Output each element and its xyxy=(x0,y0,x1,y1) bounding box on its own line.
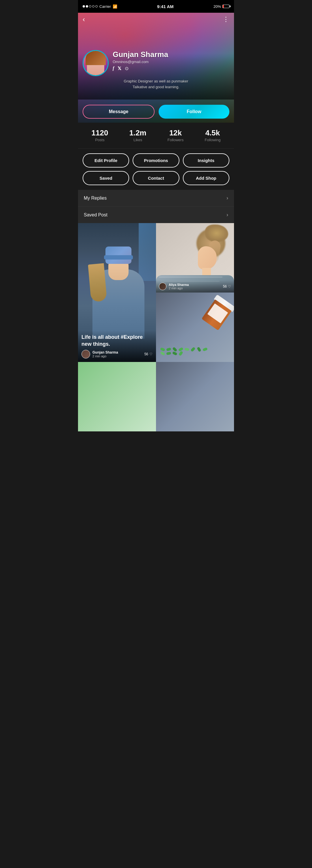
stat-posts-label: Posts xyxy=(92,138,108,142)
status-time: 9:41 AM xyxy=(157,4,174,9)
status-right: 20% xyxy=(213,4,230,9)
post-right-top-user: Aliya Sharma 2 min ago xyxy=(159,283,189,290)
stat-following-value: 4.5k xyxy=(205,129,221,136)
profile-top-row: Gunjan Sharma Omninos@gmail.com f 𝕏 ⊙ xyxy=(82,50,230,76)
post-right-top-footer: Aliya Sharma 2 min ago 56 ♡ xyxy=(159,283,231,290)
stat-likes: 1.2m Likes xyxy=(129,129,146,142)
status-bar: Carrier 📶 9:41 AM 20% xyxy=(78,0,234,13)
bottom-section xyxy=(78,362,234,431)
add-shop-button[interactable]: Add Shop xyxy=(183,171,230,185)
post-pills-image xyxy=(156,292,234,362)
profile-info-section: Gunjan Sharma Omninos@gmail.com f 𝕏 ⊙ Gr… xyxy=(82,50,230,94)
battery-icon xyxy=(222,5,230,8)
profile-bio: Graphic Designer as well as punmaker Tal… xyxy=(82,79,230,90)
post-right-top-likes: 56 ♡ xyxy=(223,284,231,288)
post-cell-right-top[interactable]: Aliya Sharma 2 min ago 56 ♡ xyxy=(156,223,234,292)
post-right-column: Aliya Sharma 2 min ago 56 ♡ xyxy=(156,223,234,362)
profile-text: Gunjan Sharma Omninos@gmail.com f 𝕏 ⊙ xyxy=(113,50,230,71)
post-large-user-info: Gunjan Sharma 2 min ago xyxy=(93,350,118,358)
back-button[interactable]: ‹ xyxy=(82,16,85,23)
carrier-label: Carrier xyxy=(99,4,111,9)
action-row-1: Edit Profile Promotions Insights xyxy=(82,153,230,167)
post-large-avatar xyxy=(81,350,90,359)
saved-post-menu-item[interactable]: Saved Post › xyxy=(78,207,234,223)
contact-button[interactable]: Contact xyxy=(133,171,179,185)
post-large-image: Life is all about #Explore new things. G… xyxy=(78,223,156,362)
header-action-buttons: Message Follow xyxy=(82,105,230,119)
my-replies-label: My Replies xyxy=(84,195,107,201)
message-button[interactable]: Message xyxy=(82,105,154,119)
post-large-time: 2 min ago xyxy=(93,354,118,358)
profile-name: Gunjan Sharma xyxy=(113,50,230,59)
post-large-user: Gunjan Sharma 2 min ago xyxy=(81,350,118,359)
profile-email: Omninos@gmail.com xyxy=(113,60,230,64)
status-left: Carrier 📶 xyxy=(82,4,117,9)
stat-followers: 12k Followers xyxy=(168,129,184,142)
stat-posts-value: 1120 xyxy=(92,129,108,136)
post-cell-large[interactable]: Life is all about #Explore new things. G… xyxy=(78,223,156,362)
saved-post-label: Saved Post xyxy=(84,212,107,218)
saved-button[interactable]: Saved xyxy=(82,171,129,185)
avatar-hair xyxy=(85,51,106,65)
signal-dot-2 xyxy=(86,5,88,7)
stat-posts: 1120 Posts xyxy=(92,129,108,142)
stats-row: 1120 Posts 1.2m Likes 12k Followers 4.5k… xyxy=(78,123,234,149)
edit-profile-button[interactable]: Edit Profile xyxy=(82,153,129,167)
menu-section: My Replies › Saved Post › xyxy=(78,190,234,223)
my-replies-arrow: › xyxy=(227,195,228,201)
stat-following: 4.5k Following xyxy=(205,129,221,142)
insights-button[interactable]: Insights xyxy=(183,153,230,167)
post-large-heart-icon: ♡ xyxy=(149,352,152,356)
instagram-icon[interactable]: ⊙ xyxy=(125,66,129,71)
bottom-right-gray xyxy=(156,362,234,431)
signal-dot-3 xyxy=(89,5,91,7)
post-right-top-overlay: Aliya Sharma 2 min ago 56 ♡ xyxy=(156,280,234,292)
post-right-top-likes-count: 56 xyxy=(223,284,227,288)
post-right-top-time: 2 min ago xyxy=(169,286,189,290)
saved-post-arrow: › xyxy=(227,212,228,218)
stat-likes-value: 1.2m xyxy=(129,129,146,136)
post-large-caption: Life is all about #Explore new things. xyxy=(81,334,152,347)
post-right-top-heart-icon: ♡ xyxy=(228,284,231,288)
post-grid: Life is all about #Explore new things. G… xyxy=(78,223,234,362)
post-right-top-avatar xyxy=(159,283,166,290)
avatar-inner xyxy=(83,51,108,75)
bottom-left-green xyxy=(78,362,156,431)
twitter-icon[interactable]: 𝕏 xyxy=(117,66,121,71)
nav-row: ‹ ⋮ xyxy=(78,16,234,23)
stat-following-label: Following xyxy=(205,138,221,142)
signal-dots xyxy=(82,5,98,7)
post-large-likes-count: 56 xyxy=(144,352,148,356)
signal-dot-5 xyxy=(95,5,98,7)
stat-followers-label: Followers xyxy=(168,138,184,142)
promotions-button[interactable]: Promotions xyxy=(133,153,179,167)
battery-percent: 20% xyxy=(213,4,221,9)
post-cell-right-bottom[interactable] xyxy=(156,292,234,362)
avatar-figure xyxy=(87,52,104,75)
signal-dot-4 xyxy=(92,5,95,7)
post-large-likes: 56 ♡ xyxy=(144,352,152,356)
stat-followers-value: 12k xyxy=(168,129,184,136)
facebook-icon[interactable]: f xyxy=(113,66,114,71)
post-large-overlay: Life is all about #Explore new things. G… xyxy=(78,331,156,362)
post-right-top-username: Aliya Sharma xyxy=(169,283,189,286)
my-replies-menu-item[interactable]: My Replies › xyxy=(78,190,234,207)
signal-dot-1 xyxy=(82,5,85,7)
action-row-2: Saved Contact Add Shop xyxy=(82,171,230,185)
wifi-icon: 📶 xyxy=(113,4,117,9)
follow-button[interactable]: Follow xyxy=(159,105,230,119)
post-large-username: Gunjan Sharma xyxy=(93,350,118,354)
profile-header: ‹ ⋮ Gunjan Sharma Omninos@gmail.com f 𝕏 … xyxy=(78,13,234,123)
battery-fill xyxy=(223,5,224,8)
more-options-button[interactable]: ⋮ xyxy=(223,16,230,23)
social-icons-row: f 𝕏 ⊙ xyxy=(113,66,230,71)
post-large-footer: Gunjan Sharma 2 min ago 56 ♡ xyxy=(81,350,152,359)
action-grid: Edit Profile Promotions Insights Saved C… xyxy=(78,149,234,190)
stat-likes-label: Likes xyxy=(129,138,146,142)
post-right-top-user-info: Aliya Sharma 2 min ago xyxy=(169,283,189,290)
avatar xyxy=(82,50,109,76)
